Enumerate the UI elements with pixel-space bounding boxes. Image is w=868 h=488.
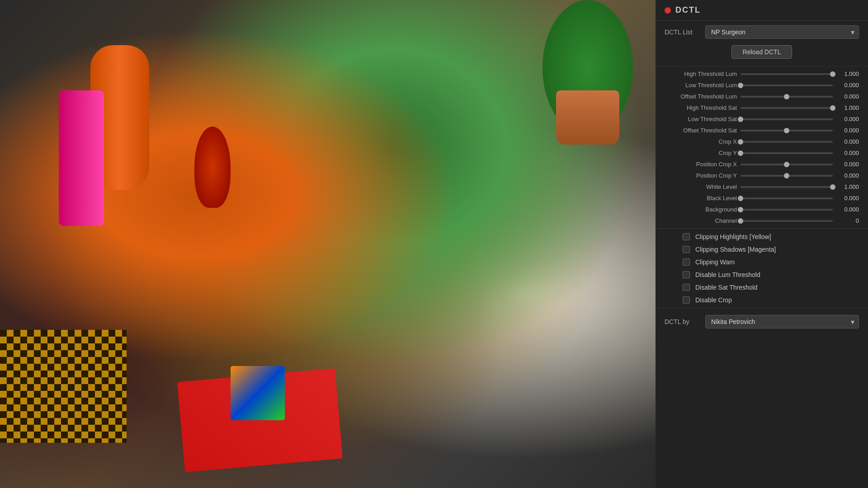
- slider-position-crop-y[interactable]: [741, 175, 833, 177]
- param-label-low-threshold-sat: Low Threshold Sat: [665, 116, 737, 122]
- param-value-high-threshold-sat: 1.000: [836, 104, 859, 111]
- checkbox-label-clipping-highlights-yellow: Clipping Highlights [Yellow]: [695, 233, 771, 240]
- checkbox-row-disable-sat-threshold: Disable Sat Threshold: [656, 281, 868, 294]
- reload-btn-row: Reload DCTL: [656, 43, 868, 64]
- checkbox-label-disable-sat-threshold: Disable Sat Threshold: [695, 284, 757, 291]
- dctl-list-row: DCTL List NP Surgeon: [656, 21, 868, 43]
- slider-thumb-background[interactable]: [738, 207, 743, 212]
- sidebar-panel: DCTL DCTL List NP Surgeon Reload DCTL Hi…: [656, 0, 868, 488]
- dctl-by-select[interactable]: Nikita Petrovich: [705, 315, 859, 328]
- checkbox-label-clipping-warn: Clipping Warn: [695, 258, 735, 266]
- slider-low-threshold-sat[interactable]: [741, 118, 833, 120]
- param-label-high-threshold-sat: High Threshold Sat: [665, 104, 737, 111]
- checkbox-clipping-warn[interactable]: [683, 258, 690, 266]
- checkbox-row-disable-lum-threshold: Disable Lum Threshold: [656, 268, 868, 281]
- slider-low-threshold-lum[interactable]: [741, 84, 833, 86]
- param-label-black-level: Black Level: [665, 195, 737, 202]
- param-label-crop-y: Crop Y: [665, 150, 737, 156]
- param-row-position-crop-x: Position Crop X0.000: [656, 159, 868, 170]
- param-label-channel: Channel: [665, 217, 737, 224]
- checkbox-row-disable-crop: Disable Crop: [656, 294, 868, 306]
- rubiks-cube: [231, 366, 285, 420]
- dctl-list-select-wrapper[interactable]: NP Surgeon: [705, 25, 859, 39]
- param-value-offset-threshold-sat: 0.000: [836, 127, 859, 134]
- param-value-channel: 0: [836, 217, 859, 224]
- param-row-white-level: White Level1.000: [656, 181, 868, 192]
- param-value-crop-y: 0.000: [836, 150, 859, 156]
- slider-white-level[interactable]: [741, 186, 833, 188]
- param-row-crop-y: Crop Y0.000: [656, 147, 868, 159]
- slider-thumb-offset-threshold-lum[interactable]: [784, 94, 789, 99]
- slider-thumb-channel[interactable]: [738, 218, 743, 224]
- status-dot: [665, 7, 671, 14]
- slider-thumb-position-crop-x[interactable]: [784, 162, 789, 167]
- slider-thumb-low-threshold-sat[interactable]: [738, 117, 743, 122]
- dctl-by-label: DCTL by: [665, 318, 701, 325]
- checkbox-label-disable-lum-threshold: Disable Lum Threshold: [695, 271, 760, 278]
- param-row-position-crop-y: Position Crop Y0.000: [656, 170, 868, 181]
- divider-3: [656, 308, 868, 309]
- param-row-crop-x: Crop X0.000: [656, 136, 868, 147]
- param-label-low-threshold-lum: Low Threshold Lum: [665, 82, 737, 89]
- param-value-black-level: 0.000: [836, 195, 859, 202]
- slider-thumb-offset-threshold-sat[interactable]: [784, 128, 789, 133]
- param-row-high-threshold-sat: High Threshold Sat1.000: [656, 102, 868, 113]
- checkbox-label-disable-crop: Disable Crop: [695, 296, 732, 304]
- dctl-by-select-wrapper[interactable]: Nikita Petrovich: [705, 315, 859, 328]
- slider-offset-threshold-lum[interactable]: [741, 96, 833, 98]
- slider-thumb-crop-y[interactable]: [738, 150, 743, 156]
- checkbox-disable-crop[interactable]: [683, 296, 690, 304]
- param-label-crop-x: Crop X: [665, 138, 737, 145]
- slider-black-level[interactable]: [741, 197, 833, 199]
- param-row-low-threshold-sat: Low Threshold Sat0.000: [656, 113, 868, 125]
- checkbox-row-clipping-shadows-magenta: Clipping Shadows [Magenta]: [656, 243, 868, 256]
- dctl-list-label: DCTL List: [665, 28, 701, 36]
- param-row-offset-threshold-lum: Offset Threshold Lum0.000: [656, 91, 868, 102]
- dctl-list-select[interactable]: NP Surgeon: [705, 25, 859, 39]
- matryoshka: [194, 127, 231, 208]
- checkbox-row-clipping-highlights-yellow: Clipping Highlights [Yellow]: [656, 230, 868, 243]
- param-label-high-threshold-lum: High Threshold Lum: [665, 70, 737, 77]
- checkbox-label-clipping-shadows-magenta: Clipping Shadows [Magenta]: [695, 246, 776, 253]
- params-container: High Threshold Lum1.000Low Threshold Lum…: [656, 68, 868, 226]
- param-label-position-crop-y: Position Crop Y: [665, 172, 737, 179]
- reload-dctl-button[interactable]: Reload DCTL: [731, 45, 793, 59]
- slider-thumb-position-crop-y[interactable]: [784, 173, 789, 178]
- slider-background[interactable]: [741, 209, 833, 211]
- chess-board: [0, 330, 127, 443]
- slider-thumb-high-threshold-sat[interactable]: [830, 105, 835, 111]
- param-label-white-level: White Level: [665, 183, 737, 190]
- slider-crop-y[interactable]: [741, 152, 833, 154]
- slider-thumb-crop-x[interactable]: [738, 139, 743, 145]
- slider-crop-x[interactable]: [741, 141, 833, 143]
- checkbox-disable-lum-threshold[interactable]: [683, 271, 690, 278]
- divider-2: [656, 228, 868, 229]
- checkbox-disable-sat-threshold[interactable]: [683, 284, 690, 291]
- slider-channel[interactable]: [741, 220, 833, 222]
- slider-high-threshold-sat[interactable]: [741, 107, 833, 109]
- checkbox-clipping-shadows-magenta[interactable]: [683, 246, 690, 253]
- preview-panel: [0, 0, 656, 488]
- checkboxes-container: Clipping Highlights [Yellow]Clipping Sha…: [656, 230, 868, 306]
- slider-high-threshold-lum[interactable]: [741, 73, 833, 75]
- slider-thumb-low-threshold-lum[interactable]: [738, 83, 743, 88]
- param-label-offset-threshold-sat: Offset Threshold Sat: [665, 127, 737, 134]
- dctl-by-row: DCTL by Nikita Petrovich: [656, 310, 868, 333]
- param-value-position-crop-y: 0.000: [836, 172, 859, 179]
- param-value-offset-threshold-lum: 0.000: [836, 93, 859, 100]
- slider-thumb-high-threshold-lum[interactable]: [830, 71, 835, 77]
- param-value-crop-x: 0.000: [836, 138, 859, 145]
- panel-title: DCTL: [675, 5, 701, 15]
- slider-position-crop-x[interactable]: [741, 164, 833, 165]
- param-label-background: Background: [665, 206, 737, 213]
- param-value-background: 0.000: [836, 206, 859, 213]
- param-row-channel: Channel0: [656, 215, 868, 226]
- slider-thumb-black-level[interactable]: [738, 196, 743, 201]
- param-row-low-threshold-lum: Low Threshold Lum0.000: [656, 80, 868, 91]
- checkbox-clipping-highlights-yellow[interactable]: [683, 233, 690, 240]
- slider-thumb-white-level[interactable]: [830, 184, 835, 190]
- param-value-white-level: 1.000: [836, 183, 859, 190]
- param-value-position-crop-x: 0.000: [836, 161, 859, 168]
- checkbox-row-clipping-warn: Clipping Warn: [656, 256, 868, 268]
- slider-offset-threshold-sat[interactable]: [741, 130, 833, 131]
